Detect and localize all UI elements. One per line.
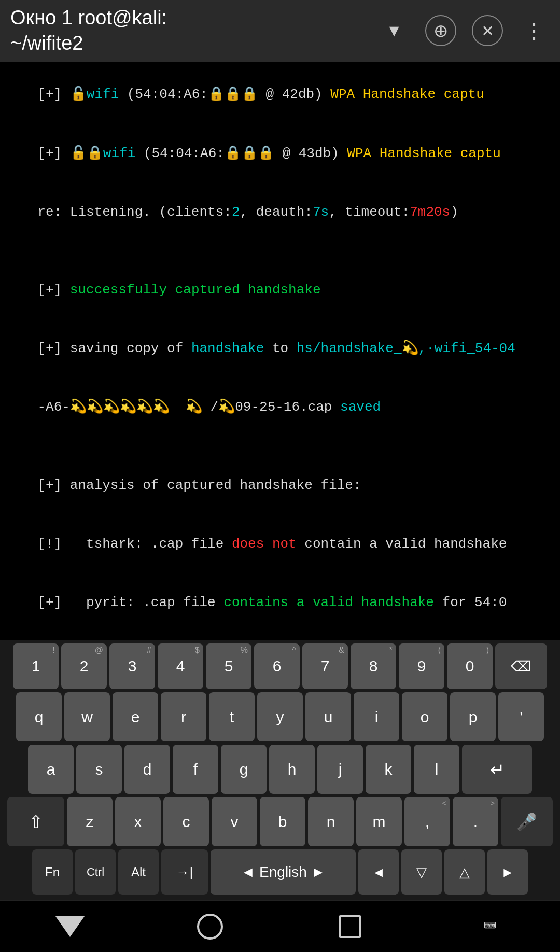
tab-key[interactable]: →| (161, 849, 208, 895)
zxcv-row: ⇧ z x c v b n m ,< .> 🎤 (2, 797, 558, 846)
arrow-left-key[interactable]: ◄ (358, 849, 399, 895)
terminal-line: [+] 🔓wifi (54:04:A6:🔒🔒🔒 @ 42db) WPA Hand… (5, 66, 555, 124)
function-row: Fn Ctrl Alt →| ◄ English ► ◄ ▽ △ ► (2, 849, 558, 895)
qwerty-row: q w e r t y u i o p ' (2, 692, 558, 741)
key-o[interactable]: o (402, 692, 447, 741)
language-key[interactable]: ◄ English ► (211, 849, 356, 895)
window-title: Окно 1 root@kali: ~/wifite2 (10, 5, 379, 57)
keyboard-button[interactable]: ⌨ (469, 906, 511, 947)
key-h[interactable]: h (269, 745, 315, 794)
key-5[interactable]: %5 (206, 643, 251, 689)
back-button[interactable] (49, 906, 91, 947)
title-text: Окно 1 root@kali: ~/wifite2 (10, 7, 167, 54)
key-8[interactable]: *8 (351, 643, 396, 689)
navigation-bar: ⌨ (0, 900, 560, 952)
home-button[interactable] (189, 906, 231, 947)
key-e[interactable]: e (113, 692, 158, 741)
terminal-line: [+] saving copy of handshake to hs/hands… (5, 320, 555, 379)
ctrl-key[interactable]: Ctrl (75, 849, 116, 895)
key-j[interactable]: j (317, 745, 363, 794)
key-i[interactable]: i (354, 692, 399, 741)
arrow-up-key[interactable]: △ (444, 849, 485, 895)
key-m[interactable]: m (356, 797, 402, 846)
arrow-right-key[interactable]: ► (487, 849, 528, 895)
key-f[interactable]: f (173, 745, 218, 794)
key-w[interactable]: w (64, 692, 110, 741)
menu-button[interactable]: ⋮ (519, 15, 550, 46)
key-a[interactable]: a (28, 745, 74, 794)
dropdown-button[interactable]: ▼ (379, 15, 410, 46)
new-window-button[interactable]: ⊕ (425, 15, 456, 46)
key-l[interactable]: l (414, 745, 459, 794)
key-k[interactable]: k (366, 745, 411, 794)
recents-button[interactable] (329, 906, 371, 947)
key-d[interactable]: d (124, 745, 170, 794)
key-7[interactable]: &7 (302, 643, 348, 689)
key-v[interactable]: v (212, 797, 257, 846)
terminal-line (5, 242, 555, 261)
key-c[interactable]: c (163, 797, 209, 846)
back-icon (55, 916, 85, 937)
terminal-line: re: Listening. (clients:2, deauth:7s, ti… (5, 183, 555, 242)
backspace-key[interactable]: ⌫ (495, 643, 547, 689)
terminal-line: 4:A6💫,💫 💫💫💫,💫 (💫💫wifi) (5, 633, 555, 640)
key-q[interactable]: q (16, 692, 62, 741)
key-6[interactable]: ^6 (254, 643, 300, 689)
key-0[interactable]: )0 (447, 643, 493, 689)
key-t[interactable]: t (209, 692, 255, 741)
key-comma[interactable]: ,< (404, 797, 450, 846)
terminal-line: [+] pyrit: .cap file contains a valid ha… (5, 574, 555, 633)
key-g[interactable]: g (221, 745, 267, 794)
title-icons: ▼ ⊕ ✕ ⋮ (379, 15, 550, 46)
key-4[interactable]: $4 (158, 643, 203, 689)
terminal-line: -A6-💫💫💫💫💫💫 💫 /💫09-25-16.cap saved (5, 379, 555, 437)
alt-key[interactable]: Alt (118, 849, 159, 895)
key-u[interactable]: u (305, 692, 351, 741)
terminal-line: [+] successfully captured handshake (5, 261, 555, 320)
terminal-line: [+] analysis of captured handshake file: (5, 457, 555, 515)
key-y[interactable]: y (257, 692, 303, 741)
terminal-line (5, 437, 555, 457)
key-r[interactable]: r (161, 692, 206, 741)
recents-icon (339, 915, 361, 938)
key-x[interactable]: x (115, 797, 161, 846)
title-bar: Окно 1 root@kali: ~/wifite2 ▼ ⊕ ✕ ⋮ (0, 0, 560, 62)
keyboard: !1 @2 #3 $4 %5 ^6 &7 *8 (9 )0 ⌫ q w e r … (0, 640, 560, 900)
keyboard-icon: ⌨ (484, 914, 496, 939)
arrow-down-key[interactable]: ▽ (401, 849, 442, 895)
key-2[interactable]: @2 (61, 643, 107, 689)
shift-key[interactable]: ⇧ (7, 797, 64, 846)
terminal-output: [+] 🔓wifi (54:04:A6:🔒🔒🔒 @ 42db) WPA Hand… (0, 62, 560, 640)
key-z[interactable]: z (67, 797, 113, 846)
close-button[interactable]: ✕ (472, 15, 503, 46)
key-b[interactable]: b (260, 797, 305, 846)
key-p[interactable]: p (450, 692, 496, 741)
key-1[interactable]: !1 (13, 643, 59, 689)
key-period[interactable]: .> (453, 797, 498, 846)
key-apostrophe[interactable]: ' (498, 692, 544, 741)
terminal-line: [+] 🔓🔒wifi (54:04:A6:🔒🔒🔒 @ 43db) WPA Han… (5, 124, 555, 183)
microphone-key[interactable]: 🎤 (501, 797, 553, 846)
key-s[interactable]: s (76, 745, 122, 794)
number-row: !1 @2 #3 $4 %5 ^6 &7 *8 (9 )0 ⌫ (2, 643, 558, 689)
terminal-line: [!] tshark: .cap file does not contain a… (5, 515, 555, 574)
enter-key[interactable]: ↵ (462, 745, 532, 794)
asdf-row: a s d f g h j k l ↵ (2, 745, 558, 794)
language-label: ◄ English ► (241, 864, 326, 880)
key-9[interactable]: (9 (399, 643, 444, 689)
key-n[interactable]: n (308, 797, 354, 846)
home-icon (197, 914, 223, 940)
key-3[interactable]: #3 (109, 643, 155, 689)
fn-key[interactable]: Fn (32, 849, 73, 895)
